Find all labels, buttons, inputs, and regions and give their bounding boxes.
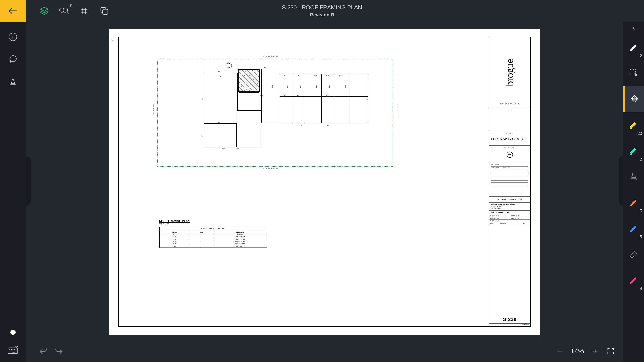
bottom-bar: 14%: [26, 340, 623, 362]
search-collaborate-icon[interactable]: 0: [59, 6, 70, 16]
revision-label: Revision B: [282, 12, 362, 18]
building-plan: RB1 RB1 RB1 RL1 RB1 RB1 RL1 RL2 RL1 RL2 …: [204, 65, 368, 148]
tool-cursor[interactable]: [623, 60, 644, 86]
sheet-number: S.230: [503, 316, 517, 323]
site-label: SITE BOUNDARY: [397, 104, 399, 119]
layers-icon[interactable]: [39, 6, 50, 16]
svg-point-15: [10, 351, 10, 352]
client-cell: CLIENT: [489, 108, 530, 131]
info-icon[interactable]: [7, 31, 19, 43]
right-grip[interactable]: [618, 156, 623, 206]
tool-pan[interactable]: [623, 86, 644, 112]
top-tools: 0: [26, 6, 110, 16]
drawing-sheet: A1 SITE BOUNDARY SITE BOUNDARY SITE BOUN…: [109, 29, 540, 335]
sheet-no-cell: Job No. Drawing No. Rev. S.230: [489, 222, 530, 324]
back-button[interactable]: [0, 0, 26, 22]
svg-point-10: [10, 349, 10, 350]
keyboard-icon[interactable]: i: [7, 344, 19, 356]
tool-highlighter-cyan[interactable]: 2: [623, 138, 644, 164]
tool-highlighter-yellow[interactable]: 20: [623, 112, 644, 138]
svg-point-14: [16, 349, 16, 350]
zoom-controls: 14%: [555, 347, 615, 356]
fit-screen-button[interactable]: [606, 347, 615, 356]
grid-icon[interactable]: [79, 6, 90, 16]
tool-pen-magenta[interactable]: 4: [623, 267, 644, 293]
engineer-logo: brogue: [504, 59, 516, 86]
undo-redo-group: [26, 346, 64, 357]
engineer-logo-cell: brogue brogue.com.au (03) 1416 2283: [489, 37, 530, 108]
schedule-title: ROOF FRAMING SCHEDULE: [160, 227, 267, 231]
table-row: RB1-ROOF BEAM: [160, 236, 267, 238]
table-row: RL1-ROOF LINTEL: [160, 238, 267, 240]
svg-point-12: [13, 349, 14, 350]
schedule-header: MARK: [160, 231, 189, 233]
svg-rect-4: [103, 9, 108, 14]
tool-pen-white[interactable]: 2: [623, 34, 644, 60]
tool-badge: 5: [640, 209, 642, 214]
tool-badge: 20: [638, 131, 642, 136]
tool-eraser[interactable]: [623, 241, 644, 267]
meta-grid: DRAWN JUL 2018 DESIGNED ES ENGINEER CO C…: [489, 214, 530, 222]
svg-point-13: [14, 349, 15, 350]
site-boundary: SITE BOUNDARY SITE BOUNDARY SITE BOUNDAR…: [158, 58, 393, 167]
schedule-table: ROOF FRAMING SCHEDULE MARK SIZE REMARKS …: [159, 227, 268, 248]
right-sidebar: 2 20 2 5 5 4: [623, 22, 644, 362]
architect-logo: DRAWBOARD: [491, 134, 528, 144]
svg-point-7: [13, 35, 14, 36]
cone-icon[interactable]: [7, 76, 19, 87]
table-row: R1-RAFTER: [160, 233, 267, 236]
copyright: © BROGUE: [489, 324, 530, 326]
svg-text:i: i: [16, 346, 17, 348]
sheet-size-label: A1: [112, 40, 115, 42]
tool-badge: 2: [640, 157, 642, 162]
plan-scale: SCALE: 1 : 100: [159, 223, 169, 224]
comment-icon[interactable]: [7, 53, 19, 65]
redo-button[interactable]: [53, 346, 64, 357]
revision-cell: REVISIONS ISSUEDATEDESCRIPTION: [489, 163, 530, 196]
disclaimer-cell: NOT FOR CONSTRUCTION: [489, 196, 530, 203]
schedule-header: SIZE: [189, 231, 214, 233]
svg-line-2: [67, 11, 69, 13]
left-sidebar-bottom: i: [0, 330, 26, 356]
project-info: DRAWBOARD DEVELOPMENT 1 FUNGE ST MELBOUR…: [489, 203, 530, 211]
svg-point-16: [11, 351, 12, 352]
zoom-out-button[interactable]: [555, 347, 564, 356]
table-row: RL2-ROOF LINTEL: [160, 240, 267, 243]
architect-cell: ARCHITECT DRAWBOARD: [489, 131, 530, 146]
table-row: RL3-ROOF LINTEL: [160, 243, 267, 245]
site-label: SITE BOUNDARY: [152, 104, 154, 119]
search-count-badge: 0: [70, 4, 72, 8]
engineer-contact: brogue.com.au (03) 1416 2283: [500, 103, 519, 105]
tool-stamp[interactable]: [623, 164, 644, 190]
zoom-level: 14%: [571, 348, 584, 355]
tool-badge: 4: [640, 286, 642, 291]
schedule-header: REMARKS: [214, 231, 267, 233]
zoom-in-button[interactable]: [590, 347, 600, 356]
north-cell: PROJECT NORTH: [489, 146, 530, 163]
left-sidebar: i: [0, 22, 26, 362]
svg-rect-9: [8, 348, 18, 354]
table-row: RT1-ROOF TRUSS: [160, 245, 267, 247]
tool-badge: 5: [640, 235, 642, 239]
tool-pen-orange[interactable]: 5: [623, 190, 644, 215]
site-label: SITE BOUNDARY: [264, 168, 278, 169]
svg-point-11: [11, 349, 12, 350]
tool-pen-blue[interactable]: 5: [623, 215, 644, 241]
undo-button[interactable]: [38, 346, 49, 357]
drawing-title-cell: ROOF FRAMING PLAN: [489, 211, 530, 214]
tool-badge: 2: [640, 54, 642, 58]
page-title: S.230 - ROOF FRAMING PLAN: [282, 4, 362, 11]
collapse-chevron-icon[interactable]: [623, 22, 644, 34]
title-block: brogue brogue.com.au (03) 1416 2283 CLIE…: [489, 37, 530, 326]
title-area: S.230 - ROOF FRAMING PLAN Revision B: [282, 4, 362, 18]
site-label: SITE BOUNDARY: [264, 56, 278, 57]
record-icon[interactable]: [10, 330, 16, 335]
north-arrow-icon: [491, 148, 528, 161]
overlay-icon[interactable]: [99, 6, 110, 16]
left-grip[interactable]: [26, 156, 30, 206]
top-bar: 0 S.230 - ROOF FRAMING PLAN Revision B: [0, 0, 644, 22]
plan-title: ROOF FRAMING PLAN: [159, 219, 190, 223]
canvas-area[interactable]: A1 SITE BOUNDARY SITE BOUNDARY SITE BOUN…: [26, 22, 623, 362]
